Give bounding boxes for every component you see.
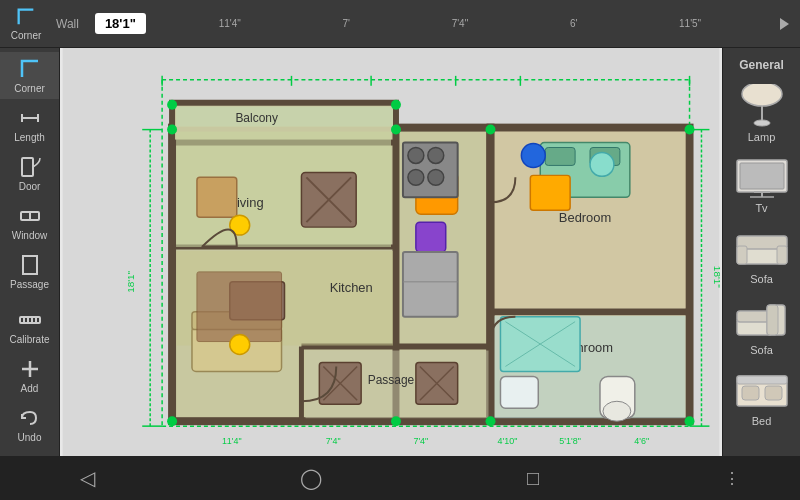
corner-dot-br bbox=[685, 416, 695, 426]
bed-icon bbox=[732, 368, 792, 412]
sidebar-label-add: Add bbox=[21, 383, 39, 394]
svg-rect-86 bbox=[767, 305, 778, 335]
sidebar-item-add[interactable]: Add bbox=[0, 352, 59, 399]
svg-rect-45 bbox=[176, 107, 393, 127]
armchair-left bbox=[301, 172, 356, 227]
sidebar-item-corner[interactable]: Corner bbox=[0, 52, 59, 99]
sidebar-item-length[interactable]: Length bbox=[0, 101, 59, 148]
bottom-dim-6: 4'6" bbox=[634, 436, 649, 446]
svg-rect-59 bbox=[545, 148, 575, 166]
corner-dot-tr bbox=[685, 125, 695, 135]
corner-dot-kitchen-top bbox=[391, 125, 401, 135]
recent-button[interactable]: □ bbox=[507, 461, 559, 496]
svg-rect-7 bbox=[23, 256, 37, 274]
sofa1-label: Sofa bbox=[750, 273, 773, 285]
purple-chair bbox=[416, 222, 446, 252]
sofa2-label: Sofa bbox=[750, 344, 773, 356]
right-item-lamp[interactable]: Lamp bbox=[723, 78, 800, 149]
bedroom-label: Bedroom bbox=[559, 210, 611, 225]
svg-rect-75 bbox=[740, 163, 784, 189]
sidebar-item-undo[interactable]: Undo bbox=[0, 401, 59, 448]
left-sidebar: Corner Length Door Window Passage Calibr… bbox=[0, 48, 60, 456]
right-item-sofa2[interactable]: Sofa bbox=[723, 291, 800, 362]
corner-dot-balcony-tr bbox=[391, 100, 401, 110]
corner-dot-balcony-tl bbox=[167, 100, 177, 110]
bottom-bar: ◁ ◯ □ ⋮ bbox=[0, 456, 800, 500]
sidebar-label-corner: Corner bbox=[14, 83, 45, 94]
sidebar-label-door: Door bbox=[19, 181, 41, 192]
sidebar-item-calibrate[interactable]: Calibrate bbox=[0, 303, 59, 350]
kitchen-label: Kitchen bbox=[330, 280, 373, 295]
top-ruler: 11'4" 7' 7'4" 6' 11'5" bbox=[158, 0, 762, 47]
main-area: Corner Length Door Window Passage Calibr… bbox=[0, 48, 800, 456]
home-button[interactable]: ◯ bbox=[280, 460, 342, 496]
corner-dot-bm bbox=[486, 416, 496, 426]
passage-chair-left bbox=[319, 362, 361, 404]
svg-rect-88 bbox=[737, 376, 787, 384]
bedroom-item bbox=[590, 152, 614, 176]
sink bbox=[500, 376, 538, 408]
kitchen-counter bbox=[403, 252, 458, 317]
top-toolbar: Corner Wall 18'1" 11'4" 7' 7'4" 6' 11'5" bbox=[0, 0, 800, 48]
sofa2-icon bbox=[732, 297, 792, 341]
right-item-bed[interactable]: Bed bbox=[723, 362, 800, 433]
svg-rect-89 bbox=[742, 386, 759, 400]
sidebar-label-passage: Passage bbox=[10, 279, 49, 290]
sidebar-label-length: Length bbox=[14, 132, 45, 143]
right-category-general: General bbox=[723, 52, 800, 78]
back-button[interactable]: ◁ bbox=[60, 460, 115, 496]
tv-label: Tv bbox=[755, 202, 767, 214]
svg-rect-81 bbox=[737, 246, 747, 264]
general-label: General bbox=[739, 58, 784, 72]
svg-marker-0 bbox=[780, 18, 789, 30]
bedroom-table bbox=[530, 175, 570, 210]
small-table bbox=[197, 177, 237, 217]
balcony-label: Balcony bbox=[235, 111, 278, 125]
corner-label: Corner bbox=[11, 30, 42, 41]
right-item-sofa1[interactable]: Sofa bbox=[723, 220, 800, 291]
sidebar-item-passage[interactable]: Passage bbox=[0, 248, 59, 295]
svg-point-73 bbox=[754, 120, 770, 126]
more-button[interactable]: ⋮ bbox=[724, 469, 740, 488]
sidebar-label-window: Window bbox=[12, 230, 48, 241]
svg-point-54 bbox=[408, 148, 424, 164]
rug bbox=[197, 272, 282, 342]
yellow-lamp2 bbox=[230, 335, 250, 355]
corner-dot-kitchen-bot bbox=[391, 416, 401, 426]
corner-tool[interactable]: Corner bbox=[8, 6, 44, 41]
sidebar-item-window[interactable]: Window bbox=[0, 199, 59, 246]
wall-label: Wall bbox=[56, 17, 79, 31]
svg-rect-82 bbox=[777, 246, 787, 264]
lamp-icon bbox=[732, 84, 792, 128]
ruler-right-text: 18'1" bbox=[712, 266, 722, 288]
sidebar-label-calibrate: Calibrate bbox=[9, 334, 49, 345]
sidebar-label-undo: Undo bbox=[18, 432, 42, 443]
corner-dot-tl bbox=[167, 125, 177, 135]
svg-rect-4 bbox=[22, 158, 33, 176]
bottom-dim-1: 11'4" bbox=[222, 436, 242, 446]
bed-label: Bed bbox=[752, 415, 772, 427]
passage-chair-right bbox=[416, 362, 458, 404]
arrow-icon bbox=[774, 15, 792, 33]
floor-plan-area[interactable]: Balcony Living Kitchen Bedroom Bathroom … bbox=[60, 48, 722, 456]
bottom-dim-4: 4'10" bbox=[498, 436, 518, 446]
right-sidebar: General Lamp bbox=[722, 48, 800, 456]
floor-plan-svg: Balcony Living Kitchen Bedroom Bathroom … bbox=[60, 48, 722, 456]
svg-point-57 bbox=[428, 169, 444, 185]
svg-rect-90 bbox=[765, 386, 782, 400]
svg-point-56 bbox=[408, 169, 424, 185]
svg-point-55 bbox=[428, 148, 444, 164]
corner-dot-tm bbox=[486, 125, 496, 135]
bottom-dim-3: 7'4" bbox=[413, 436, 428, 446]
wall-measurement: 18'1" bbox=[95, 13, 146, 34]
svg-point-71 bbox=[742, 84, 782, 106]
tv-icon bbox=[732, 155, 792, 199]
lamp-label: Lamp bbox=[748, 131, 776, 143]
ruler-left-text: 18'1" bbox=[125, 270, 136, 292]
passage-label: Passage bbox=[368, 373, 415, 387]
bottom-dim-2: 7'4" bbox=[326, 436, 341, 446]
sidebar-item-door[interactable]: Door bbox=[0, 150, 59, 197]
right-item-tv[interactable]: Tv bbox=[723, 149, 800, 220]
bottom-dim-5: 5'1'8" bbox=[559, 436, 581, 446]
svg-point-61 bbox=[603, 401, 631, 421]
